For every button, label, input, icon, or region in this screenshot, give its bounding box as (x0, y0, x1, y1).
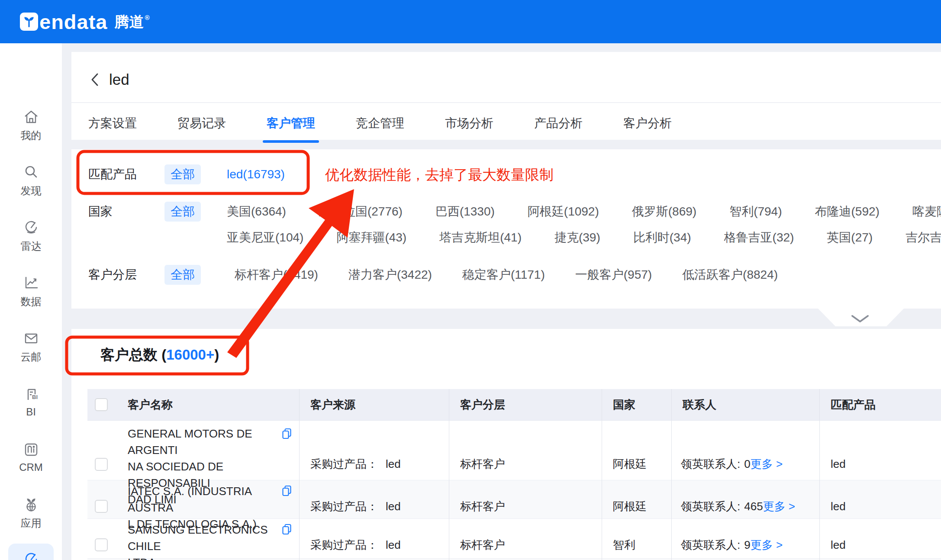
sidebar-item-label: 我的 (21, 129, 42, 142)
country-item[interactable]: 塔吉克斯坦(41) (439, 228, 522, 248)
country-item[interactable]: 吉尔吉斯斯坦 (906, 228, 941, 248)
contact-cell: 领英联系人: 9 更多 > (671, 519, 819, 560)
table-row: SAMSUNG ELECTRONICS CHILE LTDA 采购过产品： le… (87, 519, 941, 559)
sidebar: 我的 发现 雷达 数据 云邮 BI BI (0, 43, 62, 560)
table-header-row: 客户名称 客户来源 客户分层 国家 联系人 匹配产品 (87, 389, 941, 421)
filter-label-tier: 客户分层 (88, 265, 164, 285)
tab-market-analysis[interactable]: 市场分析 (445, 115, 493, 143)
crm-icon (23, 441, 40, 458)
home-icon (23, 108, 40, 126)
sidebar-item-crm[interactable]: CRM (0, 441, 62, 473)
filter-label-country: 国家 (88, 202, 164, 222)
insight-icon (23, 551, 40, 560)
row-checkbox[interactable] (95, 538, 108, 551)
customer-table: 客户名称 客户来源 客户分层 国家 联系人 匹配产品 GENERAL MOTOR… (87, 389, 941, 560)
filter-row-product: 匹配产品 全部 led(16793) (88, 164, 941, 184)
sidebar-item-label: 应用 (21, 516, 42, 530)
country-cell: 智利 (602, 519, 671, 560)
customer-name-cell[interactable]: SAMSUNG ELECTRONICS CHILE LTDA (115, 519, 299, 560)
sidebar-item-data[interactable]: 数据 (0, 274, 62, 309)
row-checkbox[interactable] (95, 458, 108, 471)
tier-item[interactable]: 潜力客户(3422) (348, 265, 432, 285)
tier-item[interactable]: 稳定客户(1171) (462, 265, 545, 285)
sidebar-item-my[interactable]: 我的 (0, 108, 62, 142)
sidebar-item-label: 雷达 (21, 239, 42, 253)
back-icon[interactable] (90, 72, 100, 87)
country-item[interactable]: 俄罗斯(869) (632, 202, 696, 222)
country-item[interactable]: 阿根廷(1092) (528, 202, 599, 222)
matched-product-cell: led (819, 519, 941, 560)
country-items-row1: 美国(6364) 孟加拉国(2776) 巴西(1330) 阿根廷(1092) 俄… (227, 202, 941, 222)
country-item[interactable]: 比利时(34) (633, 228, 691, 248)
sidebar-item-bi[interactable]: BI BI (0, 386, 62, 418)
select-all-checkbox[interactable] (95, 398, 108, 411)
country-item[interactable]: 巴西(1330) (435, 202, 495, 222)
sidebar-item-label: BI (26, 406, 36, 418)
country-item[interactable]: 美国(6364) (227, 202, 286, 222)
country-item[interactable]: 阿塞拜疆(43) (336, 228, 406, 248)
copy-icon[interactable] (281, 485, 292, 497)
country-item[interactable]: 喀麦隆(53 (912, 202, 941, 222)
customer-total-prefix: 客户总数 ( (100, 347, 166, 363)
filter-product-all-tag[interactable]: 全部 (164, 164, 201, 184)
registered-mark: ® (145, 14, 150, 21)
filter-row-tier: 客户分层 全部 标杆客户(2419) 潜力客户(3422) 稳定客户(1171)… (88, 265, 941, 285)
country-item[interactable]: 布隆迪(592) (815, 202, 880, 222)
customer-table-card: 客户总数 (16000+) 客户名称 客户来源 客户分层 国家 联系人 匹配产品… (71, 329, 941, 560)
sidebar-item-radar[interactable]: 雷达 (0, 219, 62, 253)
bi-icon: BI (23, 386, 40, 403)
tab-product-analysis[interactable]: 产品分析 (534, 115, 583, 143)
search-icon (23, 164, 40, 181)
filter-country-all-tag[interactable]: 全部 (164, 202, 201, 222)
customer-tier-cell: 标杆客户 (449, 519, 602, 560)
row-checkbox[interactable] (95, 500, 108, 513)
sidebar-item-mail[interactable]: 云邮 (0, 330, 62, 364)
col-header-customer-source: 客户来源 (299, 389, 449, 420)
brand-text: endata (39, 12, 108, 32)
filter-tier-all-tag[interactable]: 全部 (164, 265, 201, 285)
sidebar-item-insight[interactable]: 洞察 (0, 551, 62, 560)
mail-icon (23, 330, 40, 347)
tab-trade-records[interactable]: 贸易记录 (177, 115, 226, 143)
top-bar: endata 腾道® (0, 0, 941, 43)
tab-plan-settings[interactable]: 方案设置 (88, 115, 137, 143)
customer-total-heading: 客户总数 (16000+) (100, 345, 219, 365)
apps-icon (23, 496, 40, 513)
filter-product-item[interactable]: led(16793) (227, 164, 285, 184)
country-item[interactable]: 智利(794) (729, 202, 782, 222)
customer-source-cell: 采购过产品： led (299, 519, 449, 560)
radar-icon (23, 219, 40, 236)
page-title: led (109, 71, 129, 88)
sidebar-item-apps[interactable]: 应用 (0, 496, 62, 530)
collapse-chevron-icon[interactable] (851, 314, 870, 324)
tab-customer-management[interactable]: 客户管理 (267, 115, 315, 143)
country-item[interactable]: 捷克(39) (554, 228, 600, 248)
tab-competitor-management[interactable]: 竞企管理 (356, 115, 404, 143)
col-header-country: 国家 (602, 389, 671, 420)
country-item[interactable]: 亚美尼亚(104) (227, 228, 303, 248)
country-item[interactable]: 孟加拉国(2776) (319, 202, 403, 222)
tendata-logo[interactable]: endata 腾道® (20, 12, 150, 32)
sidebar-item-label: CRM (19, 461, 43, 473)
country-item[interactable]: 英国(27) (827, 228, 873, 248)
copy-icon[interactable] (281, 428, 292, 440)
tier-items: 标杆客户(2419) 潜力客户(3422) 稳定客户(1171) 一般客户(95… (235, 265, 778, 285)
col-header-contact: 联系人 (671, 389, 819, 420)
sidebar-item-label: 云邮 (21, 350, 42, 364)
country-item[interactable]: 格鲁吉亚(32) (724, 228, 794, 248)
country-items-row2: 亚美尼亚(104) 阿塞拜疆(43) 塔吉克斯坦(41) 捷克(39) 比利时(… (227, 228, 941, 248)
tab-bar: 方案设置 贸易记录 客户管理 竞企管理 市场分析 产品分析 客户分析 (88, 115, 672, 143)
tab-customer-analysis[interactable]: 客户分析 (623, 115, 672, 143)
more-link[interactable]: 更多 > (763, 499, 795, 514)
col-header-customer-name: 客户名称 (115, 389, 299, 420)
tier-item[interactable]: 标杆客户(2419) (235, 265, 318, 285)
tier-item[interactable]: 一般客户(957) (575, 265, 652, 285)
tier-item[interactable]: 低活跃客户(8824) (682, 265, 778, 285)
more-link[interactable]: 更多 > (751, 457, 783, 472)
title-divider (71, 102, 941, 103)
more-link[interactable]: 更多 > (751, 537, 783, 553)
col-header-matched-product: 匹配产品 (819, 389, 941, 420)
sidebar-item-discover[interactable]: 发现 (0, 164, 62, 198)
tendata-logo-icon (20, 13, 38, 31)
copy-icon[interactable] (281, 523, 292, 535)
